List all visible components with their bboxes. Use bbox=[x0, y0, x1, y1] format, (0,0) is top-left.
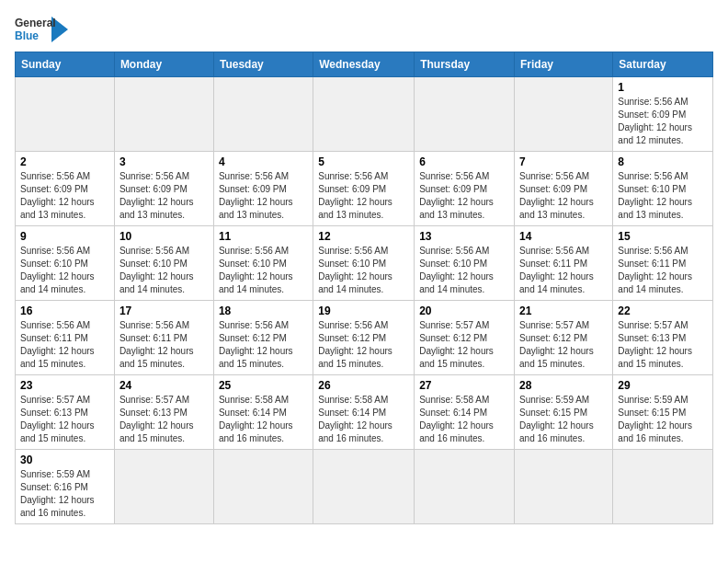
calendar-cell: 22Sunrise: 5:57 AM Sunset: 6:13 PM Dayli… bbox=[613, 301, 713, 375]
calendar-cell: 12Sunrise: 5:56 AM Sunset: 6:10 PM Dayli… bbox=[313, 226, 415, 301]
calendar-cell bbox=[613, 450, 713, 524]
day-number: 17 bbox=[119, 304, 209, 317]
day-info: Sunrise: 5:56 AM Sunset: 6:10 PM Dayligh… bbox=[119, 245, 209, 296]
calendar-cell bbox=[16, 77, 115, 152]
day-info: Sunrise: 5:58 AM Sunset: 6:14 PM Dayligh… bbox=[219, 394, 308, 445]
calendar-week-1: 1Sunrise: 5:56 AM Sunset: 6:09 PM Daylig… bbox=[16, 77, 713, 152]
calendar-cell: 23Sunrise: 5:57 AM Sunset: 6:13 PM Dayli… bbox=[16, 375, 115, 450]
calendar-cell: 25Sunrise: 5:58 AM Sunset: 6:14 PM Dayli… bbox=[213, 375, 313, 450]
day-info: Sunrise: 5:56 AM Sunset: 6:09 PM Dayligh… bbox=[318, 170, 409, 222]
calendar-cell: 5Sunrise: 5:56 AM Sunset: 6:09 PM Daylig… bbox=[313, 152, 415, 226]
day-info: Sunrise: 5:59 AM Sunset: 6:15 PM Dayligh… bbox=[519, 394, 608, 445]
day-info: Sunrise: 5:56 AM Sunset: 6:09 PM Dayligh… bbox=[519, 170, 608, 222]
day-info: Sunrise: 5:56 AM Sunset: 6:09 PM Dayligh… bbox=[119, 170, 209, 222]
calendar-cell: 19Sunrise: 5:56 AM Sunset: 6:12 PM Dayli… bbox=[313, 301, 415, 375]
day-info: Sunrise: 5:58 AM Sunset: 6:14 PM Dayligh… bbox=[419, 394, 509, 445]
calendar-cell bbox=[114, 77, 213, 152]
day-info: Sunrise: 5:57 AM Sunset: 6:13 PM Dayligh… bbox=[20, 394, 109, 445]
day-number: 11 bbox=[219, 230, 308, 243]
day-info: Sunrise: 5:56 AM Sunset: 6:12 PM Dayligh… bbox=[219, 319, 308, 371]
day-info: Sunrise: 5:56 AM Sunset: 6:09 PM Dayligh… bbox=[20, 170, 109, 222]
day-info: Sunrise: 5:56 AM Sunset: 6:10 PM Dayligh… bbox=[219, 245, 308, 296]
day-number: 30 bbox=[20, 454, 109, 466]
day-number: 6 bbox=[419, 155, 509, 168]
calendar-cell: 24Sunrise: 5:57 AM Sunset: 6:13 PM Dayli… bbox=[114, 375, 213, 450]
day-number: 18 bbox=[219, 304, 308, 317]
logo: GeneralBlue bbox=[15, 15, 70, 44]
day-number: 25 bbox=[219, 379, 308, 392]
calendar-cell bbox=[415, 450, 515, 524]
day-number: 1 bbox=[618, 81, 708, 94]
calendar-cell: 30Sunrise: 5:59 AM Sunset: 6:16 PM Dayli… bbox=[16, 450, 115, 524]
svg-text:General: General bbox=[15, 17, 56, 29]
calendar-cell: 28Sunrise: 5:59 AM Sunset: 6:15 PM Dayli… bbox=[515, 375, 613, 450]
day-info: Sunrise: 5:56 AM Sunset: 6:09 PM Dayligh… bbox=[219, 170, 308, 222]
day-number: 19 bbox=[318, 304, 409, 317]
calendar-cell bbox=[213, 450, 313, 524]
day-number: 21 bbox=[519, 304, 608, 317]
day-number: 13 bbox=[419, 230, 509, 243]
calendar-week-4: 16Sunrise: 5:56 AM Sunset: 6:11 PM Dayli… bbox=[16, 301, 713, 375]
calendar-cell: 20Sunrise: 5:57 AM Sunset: 6:12 PM Dayli… bbox=[415, 301, 515, 375]
day-number: 14 bbox=[519, 230, 608, 243]
calendar-table: SundayMondayTuesdayWednesdayThursdayFrid… bbox=[15, 52, 713, 524]
calendar-cell: 26Sunrise: 5:58 AM Sunset: 6:14 PM Dayli… bbox=[313, 375, 415, 450]
day-info: Sunrise: 5:56 AM Sunset: 6:10 PM Dayligh… bbox=[618, 170, 708, 222]
day-number: 3 bbox=[119, 155, 209, 168]
calendar-cell bbox=[213, 77, 313, 152]
day-info: Sunrise: 5:56 AM Sunset: 6:11 PM Dayligh… bbox=[618, 245, 708, 296]
calendar-week-6: 30Sunrise: 5:59 AM Sunset: 6:16 PM Dayli… bbox=[16, 450, 713, 524]
day-info: Sunrise: 5:59 AM Sunset: 6:15 PM Dayligh… bbox=[618, 394, 708, 445]
calendar-cell bbox=[114, 450, 213, 524]
day-info: Sunrise: 5:56 AM Sunset: 6:11 PM Dayligh… bbox=[20, 319, 109, 371]
calendar-cell: 18Sunrise: 5:56 AM Sunset: 6:12 PM Dayli… bbox=[213, 301, 313, 375]
calendar-cell: 14Sunrise: 5:56 AM Sunset: 6:11 PM Dayli… bbox=[515, 226, 613, 301]
day-number: 2 bbox=[20, 155, 109, 168]
calendar-cell bbox=[515, 450, 613, 524]
calendar-header-tuesday: Tuesday bbox=[213, 52, 313, 77]
calendar-cell: 10Sunrise: 5:56 AM Sunset: 6:10 PM Dayli… bbox=[114, 226, 213, 301]
calendar-cell bbox=[313, 77, 415, 152]
day-info: Sunrise: 5:57 AM Sunset: 6:13 PM Dayligh… bbox=[119, 394, 209, 445]
calendar-week-5: 23Sunrise: 5:57 AM Sunset: 6:13 PM Dayli… bbox=[16, 375, 713, 450]
day-number: 15 bbox=[618, 230, 708, 243]
day-info: Sunrise: 5:56 AM Sunset: 6:11 PM Dayligh… bbox=[519, 245, 608, 296]
day-number: 10 bbox=[119, 230, 209, 243]
calendar-cell: 2Sunrise: 5:56 AM Sunset: 6:09 PM Daylig… bbox=[16, 152, 115, 226]
calendar-cell: 6Sunrise: 5:56 AM Sunset: 6:09 PM Daylig… bbox=[415, 152, 515, 226]
day-number: 16 bbox=[20, 304, 109, 317]
calendar-cell bbox=[515, 77, 613, 152]
calendar-cell: 11Sunrise: 5:56 AM Sunset: 6:10 PM Dayli… bbox=[213, 226, 313, 301]
calendar-cell: 1Sunrise: 5:56 AM Sunset: 6:09 PM Daylig… bbox=[613, 77, 713, 152]
day-number: 7 bbox=[519, 155, 608, 168]
calendar-cell: 29Sunrise: 5:59 AM Sunset: 6:15 PM Dayli… bbox=[613, 375, 713, 450]
day-number: 27 bbox=[419, 379, 509, 392]
calendar-header-thursday: Thursday bbox=[415, 52, 515, 77]
day-info: Sunrise: 5:57 AM Sunset: 6:12 PM Dayligh… bbox=[519, 319, 608, 371]
calendar-header-monday: Monday bbox=[114, 52, 213, 77]
day-number: 8 bbox=[618, 155, 708, 168]
day-number: 20 bbox=[419, 304, 509, 317]
calendar-cell bbox=[313, 450, 415, 524]
day-number: 5 bbox=[318, 155, 409, 168]
day-number: 12 bbox=[318, 230, 409, 243]
day-info: Sunrise: 5:56 AM Sunset: 6:11 PM Dayligh… bbox=[119, 319, 209, 371]
calendar-cell bbox=[415, 77, 515, 152]
day-number: 23 bbox=[20, 379, 109, 392]
calendar-cell: 13Sunrise: 5:56 AM Sunset: 6:10 PM Dayli… bbox=[415, 226, 515, 301]
day-info: Sunrise: 5:56 AM Sunset: 6:09 PM Dayligh… bbox=[419, 170, 509, 222]
svg-text:Blue: Blue bbox=[15, 29, 39, 42]
calendar-cell: 15Sunrise: 5:56 AM Sunset: 6:11 PM Dayli… bbox=[613, 226, 713, 301]
day-number: 26 bbox=[318, 379, 409, 392]
day-number: 29 bbox=[618, 379, 708, 392]
calendar-header-wednesday: Wednesday bbox=[313, 52, 415, 77]
calendar-cell: 3Sunrise: 5:56 AM Sunset: 6:09 PM Daylig… bbox=[114, 152, 213, 226]
logo-icon: GeneralBlue bbox=[15, 15, 70, 44]
day-number: 4 bbox=[219, 155, 308, 168]
day-number: 28 bbox=[519, 379, 608, 392]
day-info: Sunrise: 5:56 AM Sunset: 6:10 PM Dayligh… bbox=[318, 245, 409, 296]
page-header: GeneralBlue bbox=[15, 15, 713, 44]
calendar-cell: 21Sunrise: 5:57 AM Sunset: 6:12 PM Dayli… bbox=[515, 301, 613, 375]
calendar-header-sunday: Sunday bbox=[16, 52, 115, 77]
day-number: 24 bbox=[119, 379, 209, 392]
